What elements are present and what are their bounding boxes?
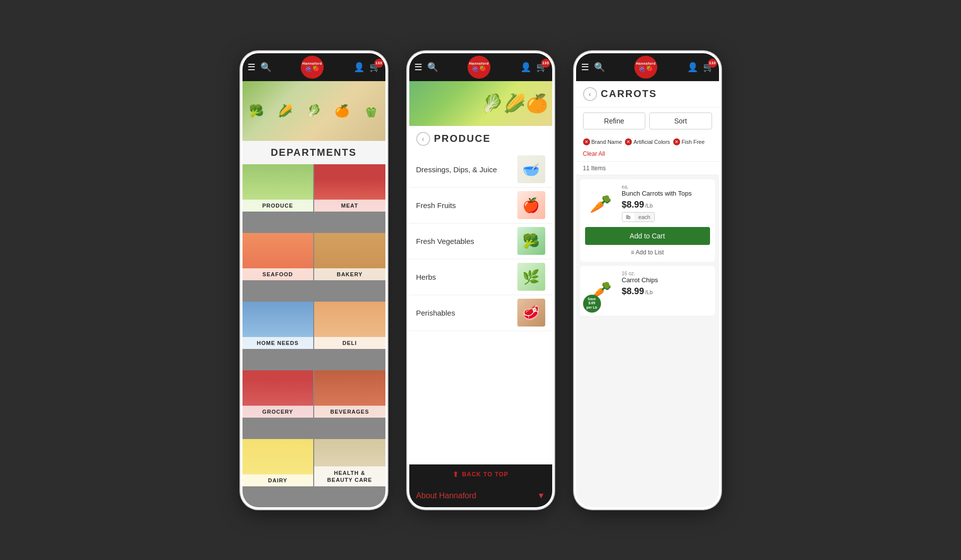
hero-banner: 🥦🌽🥬🍊🫑 bbox=[242, 81, 385, 141]
account-icon[interactable]: 👤 bbox=[354, 62, 364, 73]
category-veggies[interactable]: Fresh Vegetables 🥦 bbox=[409, 224, 552, 259]
cart-count-2: 133 bbox=[541, 59, 550, 68]
account-icon-3[interactable]: 👤 bbox=[687, 62, 698, 73]
filter-brand-label: Brand Name bbox=[592, 139, 622, 145]
category-list: Dressings, Dips, & Juice 🥣 Fresh Fruits … bbox=[409, 152, 552, 464]
carrots-header-row: ‹ CARROTS bbox=[576, 81, 719, 108]
dept-home[interactable]: HOME NEEDS bbox=[242, 302, 314, 349]
dept-meat-label: MEAT bbox=[314, 200, 385, 212]
produce-hero: 🥬🌽🍊 bbox=[409, 81, 552, 126]
product-1-name: Bunch Carrots with Tops bbox=[622, 190, 710, 198]
account-icon-2[interactable]: 👤 bbox=[520, 62, 531, 73]
cart-count: 133 bbox=[374, 59, 383, 68]
category-dressings-label: Dressings, Dips, & Juice bbox=[416, 165, 497, 174]
menu-icon-3[interactable]: ☰ bbox=[581, 62, 589, 73]
dept-produce-label: PRODUCE bbox=[242, 200, 314, 212]
dept-meat[interactable]: MEAT bbox=[314, 164, 385, 212]
category-herbs-img: 🌿 bbox=[517, 263, 545, 291]
product-1-img: 🥕 bbox=[585, 184, 617, 224]
departments-title: DEPARTMENTS bbox=[242, 141, 385, 164]
departments-grid: PRODUCE MEAT SEAFOOD BAKERY HOME NEEDS D… bbox=[242, 164, 385, 507]
dept-health-label: HEALTH & BEAUTY CARE bbox=[314, 466, 385, 487]
product-card-2: 🥕 Save $.69 per Lb 16 oz. Carrot Chips $… bbox=[580, 266, 715, 316]
dept-home-label: HOME NEEDS bbox=[242, 337, 314, 349]
category-herbs[interactable]: Herbs 🌿 bbox=[409, 259, 552, 295]
category-dressings-img: 🥣 bbox=[517, 155, 545, 183]
cart-count-3: 133 bbox=[708, 59, 717, 68]
menu-icon-2[interactable]: ☰ bbox=[414, 62, 422, 73]
category-fruits[interactable]: Fresh Fruits 🍎 bbox=[409, 188, 552, 224]
dept-grocery[interactable]: GROCERY bbox=[242, 370, 314, 418]
refine-button[interactable]: Refine bbox=[583, 112, 646, 129]
product-card-1: 🥕 ea. Bunch Carrots with Tops $8.99 /Lb … bbox=[580, 179, 715, 262]
footer-chevron-icon: ▼ bbox=[537, 491, 545, 500]
logo-3[interactable]: Hannaford 🍇🍓 bbox=[634, 56, 657, 79]
unit-toggle-1: lb each bbox=[622, 212, 655, 222]
dept-beverages[interactable]: BEVERAGES bbox=[314, 370, 385, 418]
logo[interactable]: Hannaford 🍇🍓 bbox=[301, 56, 324, 79]
cart-wrapper-3: 🛒 133 bbox=[703, 62, 714, 73]
add-to-list-1[interactable]: ≡ Add to List bbox=[585, 248, 710, 257]
category-dressings[interactable]: Dressings, Dips, & Juice 🥣 bbox=[409, 152, 552, 188]
phone-3: ☰ 🔍 Hannaford 🍇🍓 👤 🛒 133 ‹ CARROTS bbox=[574, 51, 721, 509]
product-1-price: $8.99 bbox=[622, 200, 644, 210]
carrots-title: CARROTS bbox=[601, 88, 657, 100]
dept-seafood[interactable]: SEAFOOD bbox=[242, 233, 314, 280]
footer-bar[interactable]: About Hannaford ▼ bbox=[409, 484, 552, 507]
product-2-unit: 16 oz. bbox=[622, 271, 710, 276]
search-icon-2[interactable]: 🔍 bbox=[427, 62, 438, 73]
back-to-top-btn[interactable]: ⬆ BACK TO TOP bbox=[409, 464, 552, 484]
product-2-img: 🥕 Save $.69 per Lb bbox=[585, 271, 617, 311]
filter-chip-fish: ✕ Fish Free bbox=[673, 138, 705, 145]
category-veggies-img: 🥦 bbox=[517, 227, 545, 255]
phone-1: ☰ 🔍 Hannaford 🍇🍓 👤 🛒 133 🥦🌽🥬🍊🫑 bbox=[240, 51, 387, 509]
unit-each[interactable]: each bbox=[634, 213, 654, 222]
search-icon[interactable]: 🔍 bbox=[260, 62, 271, 73]
active-filters: ✕ Brand Name ✕ Artificial Colors ✕ Fish … bbox=[576, 134, 719, 162]
phone-2: ☰ 🔍 Hannaford 🍇🍓 👤 🛒 133 🥬🌽🍊 bbox=[407, 51, 554, 509]
category-fruits-img: 🍎 bbox=[517, 191, 545, 219]
product-card-2-inner: 🥕 Save $.69 per Lb 16 oz. Carrot Chips $… bbox=[585, 271, 710, 311]
remove-fish-filter[interactable]: ✕ bbox=[673, 138, 680, 145]
product-2-price: $8.99 bbox=[622, 286, 644, 297]
screen1-content: 🥦🌽🥬🍊🫑 DEPARTMENTS PRODUCE MEAT SEAFOOD B… bbox=[242, 81, 385, 507]
unit-lb[interactable]: lb bbox=[622, 213, 635, 222]
remove-brand-filter[interactable]: ✕ bbox=[583, 138, 590, 145]
dept-produce[interactable]: PRODUCE bbox=[242, 164, 314, 212]
back-button-2[interactable]: ‹ bbox=[416, 132, 430, 146]
remove-colors-filter[interactable]: ✕ bbox=[625, 138, 632, 145]
dept-bakery[interactable]: BAKERY bbox=[314, 233, 385, 280]
filter-bar: Refine Sort bbox=[576, 108, 719, 134]
dept-beverages-label: BEVERAGES bbox=[314, 406, 385, 418]
filter-fish-label: Fish Free bbox=[682, 139, 705, 145]
product-1-info: ea. Bunch Carrots with Tops $8.99 /Lb lb… bbox=[622, 184, 710, 223]
filter-colors-label: Artificial Colors bbox=[633, 139, 670, 145]
back-button-3[interactable]: ‹ bbox=[583, 87, 597, 101]
screen3-content: ‹ CARROTS Refine Sort ✕ Brand Name ✕ Art… bbox=[576, 81, 719, 507]
produce-header-row: ‹ PRODUCE bbox=[409, 126, 552, 152]
back-to-top-icon: ⬆ bbox=[453, 470, 459, 478]
cart-wrapper-2: 🛒 133 bbox=[536, 62, 547, 73]
dept-dairy[interactable]: DAIRY bbox=[242, 439, 314, 486]
dept-bakery-label: BAKERY bbox=[314, 268, 385, 280]
add-to-cart-btn-1[interactable]: Add to Cart bbox=[585, 227, 710, 245]
product-card-1-inner: 🥕 ea. Bunch Carrots with Tops $8.99 /Lb … bbox=[585, 184, 710, 224]
header-1: ☰ 🔍 Hannaford 🍇🍓 👤 🛒 133 bbox=[242, 53, 385, 81]
dept-health[interactable]: HEALTH & BEAUTY CARE bbox=[314, 439, 385, 486]
back-to-top-label: BACK TO TOP bbox=[462, 471, 508, 478]
clear-all-button[interactable]: Clear All bbox=[583, 148, 712, 157]
product-2-price-unit: /Lb bbox=[645, 289, 653, 295]
logo-2[interactable]: Hannaford 🍇🍓 bbox=[468, 56, 490, 79]
filter-chip-colors: ✕ Artificial Colors bbox=[625, 138, 670, 145]
dept-seafood-label: SEAFOOD bbox=[242, 268, 314, 280]
dept-dairy-label: DAIRY bbox=[242, 474, 314, 486]
sort-button[interactable]: Sort bbox=[649, 112, 712, 129]
save-badge: Save $.69 per Lb bbox=[583, 295, 601, 313]
product-cards: 🥕 ea. Bunch Carrots with Tops $8.99 /Lb … bbox=[576, 175, 719, 507]
menu-icon[interactable]: ☰ bbox=[247, 62, 255, 73]
category-perishables[interactable]: Perishables 🥩 bbox=[409, 295, 552, 331]
header-3: ☰ 🔍 Hannaford 🍇🍓 👤 🛒 133 bbox=[576, 53, 719, 81]
dept-grocery-label: GROCERY bbox=[242, 406, 314, 418]
search-icon-3[interactable]: 🔍 bbox=[594, 62, 605, 73]
dept-deli[interactable]: DELI bbox=[314, 302, 385, 349]
